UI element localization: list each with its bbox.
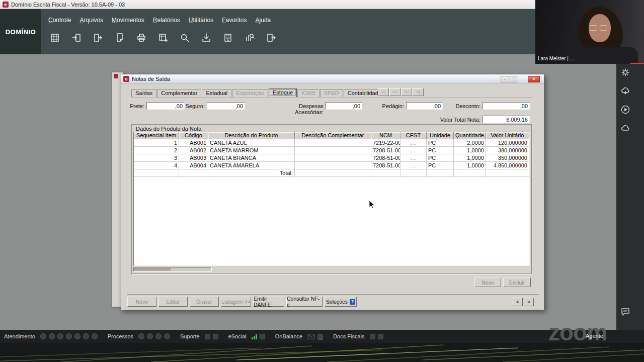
- minimize-button[interactable]: –: [501, 76, 509, 82]
- column-header[interactable]: Descrição Complementar: [295, 132, 371, 139]
- column-header[interactable]: Valor Unitário: [486, 132, 529, 139]
- cell[interactable]: 7208-51-00: [371, 162, 400, 169]
- printer-icon[interactable]: [134, 30, 149, 45]
- cell[interactable]: CANETA BRANCA: [208, 154, 295, 162]
- cell[interactable]: 1: [134, 139, 179, 147]
- spreadsheet-icon[interactable]: [155, 30, 171, 45]
- cell[interactable]: 1,0000: [454, 162, 486, 169]
- emitir-danfe-button[interactable]: Emitir DANFE: [253, 297, 284, 307]
- tab-estoque[interactable]: Estoque: [269, 88, 297, 97]
- atendimento-status-icons[interactable]: [40, 333, 98, 339]
- cell[interactable]: CANETA AZUL: [208, 139, 295, 147]
- column-header[interactable]: NCM: [371, 132, 400, 139]
- cell[interactable]: 3: [134, 154, 179, 162]
- column-header[interactable]: Unidade: [427, 132, 454, 139]
- tab-estadual[interactable]: Estadual: [202, 89, 231, 97]
- cell[interactable]: PC: [427, 154, 454, 162]
- document-edit-icon[interactable]: [112, 30, 127, 45]
- statusbar-suporte[interactable]: Suporte: [180, 333, 200, 339]
- play-icon[interactable]: [620, 105, 630, 115]
- consultar-nfe-button[interactable]: Consultar NF-e: [286, 297, 323, 307]
- statusbar-esocial[interactable]: eSocial: [228, 333, 247, 339]
- cell[interactable]: AB001: [179, 139, 208, 147]
- page-next-button[interactable]: >: [524, 298, 534, 306]
- cell[interactable]: . .: [400, 139, 427, 147]
- menu-movimentos[interactable]: Movimentos: [112, 17, 144, 24]
- cell[interactable]: PC: [427, 147, 454, 154]
- dialog-titlebar[interactable]: e Notas de Saída: [121, 74, 544, 83]
- close-button[interactable]: ×: [528, 76, 540, 82]
- cell[interactable]: . .: [400, 162, 427, 169]
- export-door-icon[interactable]: [91, 30, 106, 45]
- desconto-field[interactable]: ,00: [482, 102, 530, 110]
- docs-fiscais-status-icons[interactable]: [370, 334, 383, 339]
- cell[interactable]: PC: [427, 162, 454, 169]
- onbalance-status-icons[interactable]: [307, 333, 323, 340]
- settings-gear-icon[interactable]: [620, 67, 630, 77]
- cell[interactable]: CANETA MARROM: [208, 147, 295, 154]
- cell[interactable]: . .: [400, 147, 427, 154]
- cell[interactable]: PC: [427, 139, 454, 147]
- menu-arquivos[interactable]: Arquivos: [79, 17, 103, 24]
- frete-field[interactable]: ,00: [146, 102, 185, 110]
- table-row[interactable]: 1 AB001 CANETA AZUL 7219-22-00 . . PC 2,…: [134, 139, 529, 147]
- column-header[interactable]: Código: [179, 132, 208, 139]
- scrollbar-thumb[interactable]: [134, 268, 171, 270]
- statusbar-agente[interactable]: Agente: [586, 333, 603, 339]
- cloud-download-icon[interactable]: [620, 86, 630, 96]
- column-header[interactable]: Quantidade: [454, 132, 486, 139]
- exit-door-icon[interactable]: [264, 30, 279, 45]
- table-row[interactable]: 2 AB002 CANETA MARROM 7208-51-00 . . PC …: [134, 147, 529, 154]
- esocial-status-icons[interactable]: [252, 334, 265, 339]
- nav-last-button[interactable]: >|: [413, 88, 424, 96]
- table-row[interactable]: 4 AB004 CANETA AMARELA 7208-51-00 . . PC…: [134, 162, 529, 169]
- search-icon[interactable]: [177, 30, 192, 45]
- page-prev-button[interactable]: <: [513, 298, 523, 306]
- tab-saidas[interactable]: Saídas: [131, 89, 156, 97]
- cell[interactable]: AB003: [179, 154, 208, 162]
- pedagio-field[interactable]: ,00: [406, 102, 443, 110]
- cloud-icon[interactable]: [620, 123, 630, 133]
- cell[interactable]: 7208-51-00: [371, 147, 400, 154]
- statusbar-processos[interactable]: Processos: [108, 333, 133, 339]
- nav-prev-button[interactable]: <<: [389, 88, 400, 96]
- nav-first-button[interactable]: |<: [378, 88, 389, 96]
- cell[interactable]: [295, 147, 371, 154]
- solucoes-button[interactable]: Soluções ?: [325, 297, 357, 307]
- cell[interactable]: 7208-51-00: [371, 154, 400, 162]
- processos-status-icons[interactable]: [138, 333, 170, 339]
- cell[interactable]: 1,0000: [454, 147, 486, 154]
- suporte-status-icons[interactable]: [205, 334, 218, 339]
- modules-grid-icon[interactable]: [47, 30, 62, 45]
- statusbar-docs-fiscais[interactable]: Docs Fiscais: [333, 333, 364, 339]
- cell[interactable]: 120,000000: [486, 139, 529, 147]
- cell[interactable]: 7219-22-00: [371, 139, 400, 147]
- menu-controle[interactable]: Controle: [48, 17, 71, 24]
- cell[interactable]: AB002: [179, 147, 208, 154]
- cell[interactable]: [295, 139, 371, 147]
- nav-next-button[interactable]: >>: [401, 88, 412, 96]
- column-header[interactable]: CEST: [400, 132, 427, 139]
- menu-utilitarios[interactable]: Utilitários: [189, 17, 213, 24]
- column-header[interactable]: Descrição do Produto: [208, 132, 295, 139]
- maximize-button[interactable]: □: [510, 76, 518, 82]
- seguro-field[interactable]: ,00: [207, 102, 245, 110]
- import-door-icon[interactable]: [69, 30, 84, 45]
- cell[interactable]: 350,000000: [486, 154, 529, 162]
- tab-complementar[interactable]: Complementar: [157, 89, 201, 97]
- cell[interactable]: 2: [134, 147, 179, 154]
- column-header[interactable]: Sequencial Item: [134, 132, 179, 139]
- horizontal-scrollbar[interactable]: [133, 267, 212, 272]
- audit-search-icon[interactable]: [242, 30, 257, 45]
- cell[interactable]: 1,0000: [454, 154, 486, 162]
- cell[interactable]: [295, 162, 371, 169]
- cell[interactable]: 380,000000: [486, 147, 529, 154]
- cell[interactable]: . .: [400, 154, 427, 162]
- cell[interactable]: 4: [134, 162, 179, 169]
- cell[interactable]: CANETA AMARELA: [208, 162, 295, 169]
- cell[interactable]: 4.850,000000: [486, 162, 529, 169]
- chat-icon[interactable]: [620, 307, 630, 317]
- company-icon[interactable]: [220, 30, 235, 45]
- menu-favoritos[interactable]: Favoritos: [222, 17, 247, 24]
- download-icon[interactable]: [199, 30, 214, 45]
